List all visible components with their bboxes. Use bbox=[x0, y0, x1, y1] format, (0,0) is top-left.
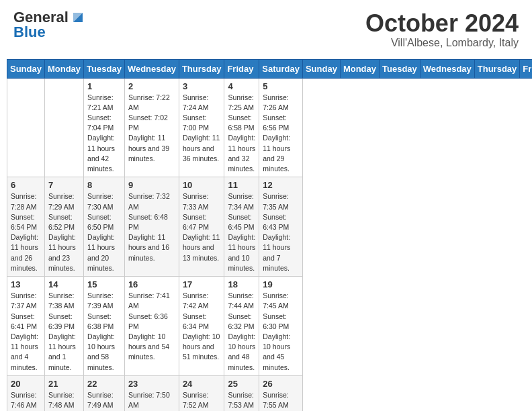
day-info: Sunrise: 7:29 AM Sunset: 6:52 PM Dayligh… bbox=[48, 191, 80, 273]
day-number: 16 bbox=[128, 279, 175, 289]
day-header-tuesday: Tuesday bbox=[380, 59, 420, 78]
day-number: 15 bbox=[87, 279, 121, 289]
day-info: Sunrise: 7:26 AM Sunset: 6:56 PM Dayligh… bbox=[263, 93, 299, 175]
day-number: 18 bbox=[228, 279, 255, 289]
calendar-cell: 11Sunrise: 7:34 AM Sunset: 6:45 PM Dayli… bbox=[224, 177, 259, 277]
logo: General Blue bbox=[13, 10, 85, 40]
day-info: Sunrise: 7:24 AM Sunset: 7:00 PM Dayligh… bbox=[183, 93, 221, 165]
calendar-cell bbox=[7, 78, 45, 177]
day-header-sunday: Sunday bbox=[302, 59, 340, 78]
day-info: Sunrise: 7:48 AM Sunset: 6:27 PM Dayligh… bbox=[48, 390, 80, 411]
calendar-cell: 6Sunrise: 7:28 AM Sunset: 6:54 PM Daylig… bbox=[7, 177, 45, 277]
day-number: 4 bbox=[228, 81, 255, 91]
day-header-tuesday: Tuesday bbox=[84, 59, 125, 78]
calendar-cell: 13Sunrise: 7:37 AM Sunset: 6:41 PM Dayli… bbox=[7, 277, 45, 376]
day-number: 25 bbox=[228, 379, 255, 389]
day-info: Sunrise: 7:42 AM Sunset: 6:34 PM Dayligh… bbox=[183, 291, 221, 363]
calendar-week-2: 6Sunrise: 7:28 AM Sunset: 6:54 PM Daylig… bbox=[7, 177, 533, 277]
day-number: 13 bbox=[11, 279, 41, 289]
day-number: 7 bbox=[48, 180, 80, 190]
day-header-saturday: Saturday bbox=[259, 59, 303, 78]
calendar-cell: 4Sunrise: 7:25 AM Sunset: 6:58 PM Daylig… bbox=[224, 78, 259, 177]
day-number: 21 bbox=[48, 379, 80, 389]
day-info: Sunrise: 7:44 AM Sunset: 6:32 PM Dayligh… bbox=[228, 291, 255, 373]
calendar-cell: 22Sunrise: 7:49 AM Sunset: 6:25 PM Dayli… bbox=[84, 375, 125, 411]
day-info: Sunrise: 7:34 AM Sunset: 6:45 PM Dayligh… bbox=[228, 191, 255, 273]
day-info: Sunrise: 7:46 AM Sunset: 6:29 PM Dayligh… bbox=[11, 390, 41, 411]
day-info: Sunrise: 7:55 AM Sunset: 6:19 PM Dayligh… bbox=[263, 390, 299, 411]
calendar-cell bbox=[44, 78, 83, 177]
day-info: Sunrise: 7:37 AM Sunset: 6:41 PM Dayligh… bbox=[11, 291, 41, 373]
day-number: 26 bbox=[263, 379, 299, 389]
calendar-table: SundayMondayTuesdayWednesdayThursdayFrid… bbox=[7, 59, 532, 411]
calendar-cell: 5Sunrise: 7:26 AM Sunset: 6:56 PM Daylig… bbox=[259, 78, 303, 177]
logo-blue-text: Blue bbox=[13, 25, 46, 40]
calendar-cell: 19Sunrise: 7:45 AM Sunset: 6:30 PM Dayli… bbox=[259, 277, 303, 376]
day-number: 9 bbox=[128, 180, 175, 190]
day-number: 11 bbox=[228, 180, 255, 190]
calendar-cell: 24Sunrise: 7:52 AM Sunset: 6:22 PM Dayli… bbox=[179, 375, 224, 411]
calendar-cell: 14Sunrise: 7:38 AM Sunset: 6:39 PM Dayli… bbox=[44, 277, 83, 376]
logo-icon bbox=[71, 10, 85, 25]
day-header-wednesday: Wednesday bbox=[124, 59, 179, 78]
day-number: 17 bbox=[183, 279, 221, 289]
day-info: Sunrise: 7:28 AM Sunset: 6:54 PM Dayligh… bbox=[11, 191, 41, 273]
day-number: 22 bbox=[87, 379, 121, 389]
calendar-cell: 18Sunrise: 7:44 AM Sunset: 6:32 PM Dayli… bbox=[224, 277, 259, 376]
day-header-monday: Monday bbox=[44, 59, 83, 78]
day-info: Sunrise: 7:35 AM Sunset: 6:43 PM Dayligh… bbox=[263, 191, 299, 273]
day-info: Sunrise: 7:49 AM Sunset: 6:25 PM Dayligh… bbox=[87, 390, 121, 411]
day-info: Sunrise: 7:21 AM Sunset: 7:04 PM Dayligh… bbox=[87, 93, 121, 175]
day-number: 10 bbox=[183, 180, 221, 190]
day-info: Sunrise: 7:32 AM Sunset: 6:48 PM Dayligh… bbox=[128, 191, 175, 263]
calendar-cell: 17Sunrise: 7:42 AM Sunset: 6:34 PM Dayli… bbox=[179, 277, 224, 376]
calendar-cell: 26Sunrise: 7:55 AM Sunset: 6:19 PM Dayli… bbox=[259, 375, 303, 411]
calendar-cell: 9Sunrise: 7:32 AM Sunset: 6:48 PM Daylig… bbox=[124, 177, 179, 277]
day-info: Sunrise: 7:53 AM Sunset: 6:20 PM Dayligh… bbox=[228, 390, 255, 411]
day-number: 24 bbox=[183, 379, 221, 389]
day-number: 19 bbox=[263, 279, 299, 289]
day-number: 12 bbox=[263, 180, 299, 190]
day-header-friday: Friday bbox=[520, 59, 532, 78]
day-info: Sunrise: 7:39 AM Sunset: 6:38 PM Dayligh… bbox=[87, 291, 121, 373]
day-info: Sunrise: 7:30 AM Sunset: 6:50 PM Dayligh… bbox=[87, 191, 121, 273]
day-number: 8 bbox=[87, 180, 121, 190]
day-header-wednesday: Wednesday bbox=[420, 59, 474, 78]
calendar-week-4: 20Sunrise: 7:46 AM Sunset: 6:29 PM Dayli… bbox=[7, 375, 533, 411]
day-number: 1 bbox=[87, 81, 121, 91]
day-header-sunday: Sunday bbox=[7, 59, 45, 78]
calendar-cell: 15Sunrise: 7:39 AM Sunset: 6:38 PM Dayli… bbox=[84, 277, 125, 376]
calendar-week-1: 1Sunrise: 7:21 AM Sunset: 7:04 PM Daylig… bbox=[7, 78, 533, 177]
day-header-friday: Friday bbox=[224, 59, 259, 78]
day-header-monday: Monday bbox=[340, 59, 379, 78]
day-info: Sunrise: 7:38 AM Sunset: 6:39 PM Dayligh… bbox=[48, 291, 80, 373]
day-number: 5 bbox=[263, 81, 299, 91]
page-header: General Blue October 2024 Vill'Albese, L… bbox=[7, 7, 525, 52]
calendar-cell: 3Sunrise: 7:24 AM Sunset: 7:00 PM Daylig… bbox=[179, 78, 224, 177]
calendar-cell: 23Sunrise: 7:50 AM Sunset: 6:24 PM Dayli… bbox=[124, 375, 179, 411]
calendar-cell: 1Sunrise: 7:21 AM Sunset: 7:04 PM Daylig… bbox=[84, 78, 125, 177]
calendar-cell: 21Sunrise: 7:48 AM Sunset: 6:27 PM Dayli… bbox=[44, 375, 83, 411]
calendar-cell: 7Sunrise: 7:29 AM Sunset: 6:52 PM Daylig… bbox=[44, 177, 83, 277]
day-header-thursday: Thursday bbox=[179, 59, 224, 78]
day-info: Sunrise: 7:50 AM Sunset: 6:24 PM Dayligh… bbox=[128, 390, 175, 411]
calendar-cell: 20Sunrise: 7:46 AM Sunset: 6:29 PM Dayli… bbox=[7, 375, 45, 411]
day-info: Sunrise: 7:41 AM Sunset: 6:36 PM Dayligh… bbox=[128, 291, 175, 363]
calendar-cell: 10Sunrise: 7:33 AM Sunset: 6:47 PM Dayli… bbox=[179, 177, 224, 277]
day-number: 23 bbox=[128, 379, 175, 389]
day-number: 14 bbox=[48, 279, 80, 289]
day-number: 2 bbox=[128, 81, 175, 91]
calendar-header-row: SundayMondayTuesdayWednesdayThursdayFrid… bbox=[7, 59, 533, 78]
calendar-cell: 16Sunrise: 7:41 AM Sunset: 6:36 PM Dayli… bbox=[124, 277, 179, 376]
day-info: Sunrise: 7:45 AM Sunset: 6:30 PM Dayligh… bbox=[263, 291, 299, 373]
day-number: 3 bbox=[183, 81, 221, 91]
calendar-cell: 12Sunrise: 7:35 AM Sunset: 6:43 PM Dayli… bbox=[259, 177, 303, 277]
logo-general-text: General bbox=[13, 10, 69, 25]
day-header-thursday: Thursday bbox=[474, 59, 520, 78]
day-info: Sunrise: 7:33 AM Sunset: 6:47 PM Dayligh… bbox=[183, 191, 221, 263]
calendar-week-3: 13Sunrise: 7:37 AM Sunset: 6:41 PM Dayli… bbox=[7, 277, 533, 376]
month-title: October 2024 bbox=[365, 10, 519, 37]
location-title: Vill'Albese, Lombardy, Italy bbox=[365, 37, 519, 49]
day-number: 20 bbox=[11, 379, 41, 389]
title-block: October 2024 Vill'Albese, Lombardy, Ital… bbox=[365, 10, 519, 49]
